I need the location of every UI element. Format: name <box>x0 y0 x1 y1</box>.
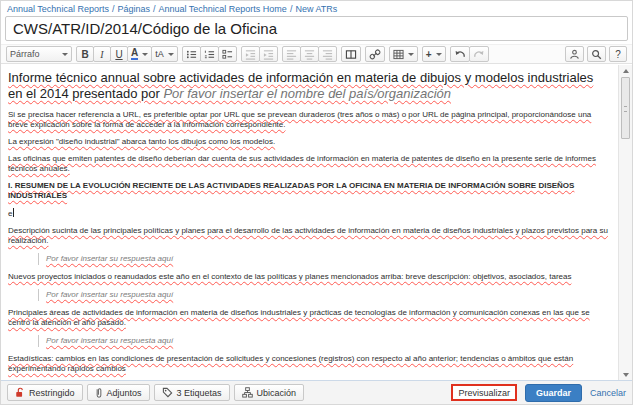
task-list-button[interactable] <box>218 46 237 62</box>
indent-icon <box>263 49 274 60</box>
breadcrumb-link-space[interactable]: Annual Technical Reports <box>7 4 109 14</box>
breadcrumb-separator: / <box>153 4 156 14</box>
page-layout-icon <box>345 49 357 60</box>
bold-icon: B <box>81 49 88 60</box>
labels-button[interactable]: 3 Etiquetas <box>154 384 230 401</box>
breadcrumb-link-home[interactable]: Annual Technical Reports Home <box>158 4 286 14</box>
location-label: Ubicación <box>257 388 297 398</box>
editor-paragraph[interactable]: Estadísticas: cambios en las condiciones… <box>8 354 610 374</box>
align-center-button[interactable] <box>300 46 319 62</box>
redo-button[interactable] <box>469 46 489 62</box>
paragraph-style-dropdown[interactable]: Párrafo <box>6 46 72 62</box>
undo-icon <box>454 49 466 60</box>
editor-window: Annual Technical Reports/Páginas/Annual … <box>0 0 633 405</box>
restrictions-button[interactable]: Restringido <box>7 384 83 401</box>
italic-button[interactable]: I <box>93 46 111 62</box>
scrollbar-down-button[interactable] <box>620 369 631 380</box>
find-replace-button[interactable] <box>587 46 606 62</box>
footer-actions: Previsualizar Guardar Cancelar <box>451 384 626 402</box>
editor-paragraph[interactable]: Nuevos proyectos iniciados o reanudados … <box>8 272 610 282</box>
breadcrumb: Annual Technical Reports/Páginas/Annual … <box>1 1 632 17</box>
heading-placeholder: Por favor insertar el nombre del país/or… <box>163 86 451 101</box>
more-formatting-icon: tA <box>155 49 164 59</box>
paragraph-style-label: Párrafo <box>10 49 40 59</box>
arrow-down-icon <box>623 373 629 377</box>
chevron-down-icon <box>168 53 174 56</box>
attachments-label: Adjuntos <box>107 388 142 398</box>
page-layout-button[interactable] <box>341 46 361 62</box>
bold-button[interactable]: B <box>76 46 94 62</box>
chevron-down-icon <box>436 53 442 56</box>
insert-table-dropdown[interactable] <box>389 46 418 62</box>
italic-icon: I <box>100 49 103 60</box>
answer-placeholder[interactable]: Por favor insertar su respuesta aquí <box>38 335 610 347</box>
indent-button[interactable] <box>259 46 278 62</box>
underline-icon: U <box>115 49 122 60</box>
scrollbar-thumb[interactable] <box>621 77 630 139</box>
page-title-input[interactable] <box>5 16 628 41</box>
tag-icon <box>162 387 173 398</box>
editor-paragraph[interactable]: La expresión "diseño industrial" abarca … <box>8 137 610 147</box>
vertical-scrollbar[interactable] <box>618 65 632 380</box>
outdent-button[interactable] <box>241 46 260 62</box>
toolbar-right-tools: ? <box>565 46 627 62</box>
document-heading[interactable]: Informe técnico annual sobre actividades… <box>8 70 610 102</box>
breadcrumb-separator: / <box>290 4 293 14</box>
labels-label: 3 Etiquetas <box>177 388 222 398</box>
editor-toolbar: Párrafo B I U A tA <box>1 44 632 64</box>
paperclip-icon <box>95 387 103 399</box>
breadcrumb-link-pages[interactable]: Páginas <box>117 4 150 14</box>
align-right-icon <box>322 49 333 60</box>
numbered-list-icon <box>204 49 215 60</box>
align-right-button[interactable] <box>318 46 337 62</box>
chevron-down-icon <box>408 53 414 56</box>
restrictions-label: Restringido <box>29 388 75 398</box>
bullet-list-button[interactable] <box>182 46 201 62</box>
editor-footer: Restringido Adjuntos 3 Etiquetas Ubicaci… <box>1 380 632 404</box>
scrollbar-up-button[interactable] <box>620 65 631 76</box>
editor-paragraph[interactable]: Las oficinas que emiten patentes de dise… <box>8 154 610 174</box>
chevron-down-icon <box>142 53 148 56</box>
cancel-link[interactable]: Cancelar <box>590 388 626 398</box>
answer-placeholder[interactable]: Por favor insertar su respuesta aquí <box>38 289 610 301</box>
editor-paragraph[interactable]: Principales áreas de actividades de info… <box>8 308 610 328</box>
bullet-list-icon <box>186 49 197 60</box>
table-icon <box>393 49 404 60</box>
insert-link-button[interactable] <box>365 46 385 62</box>
align-center-icon <box>304 49 315 60</box>
typed-text: e <box>8 209 12 218</box>
more-formatting-dropdown[interactable]: tA <box>151 46 178 62</box>
breadcrumb-link-new-atrs[interactable]: New ATRs <box>295 4 337 14</box>
task-list-icon <box>222 49 233 60</box>
location-button[interactable]: Ubicación <box>234 384 305 401</box>
breadcrumb-separator: / <box>112 4 115 14</box>
attachments-button[interactable]: Adjuntos <box>87 384 150 401</box>
scrollbar-grip <box>624 106 627 112</box>
numbered-list-button[interactable] <box>200 46 219 62</box>
insert-more-dropdown[interactable]: + <box>422 46 446 62</box>
cursor-line[interactable]: e <box>8 208 610 219</box>
align-left-button[interactable] <box>282 46 301 62</box>
user-icon <box>569 49 580 60</box>
answer-placeholder[interactable]: Por favor insertar su respuesta aquí <box>38 253 610 265</box>
page-tree-icon <box>242 387 253 398</box>
text-caret <box>13 208 14 217</box>
preview-button-highlighted[interactable]: Previsualizar <box>451 384 517 401</box>
unlock-icon <box>15 387 25 398</box>
text-color-dropdown[interactable]: A <box>127 46 152 62</box>
editor-paragraph[interactable]: Descripción sucinta de las principales p… <box>8 226 610 246</box>
user-button[interactable] <box>565 46 584 62</box>
undo-button[interactable] <box>450 46 470 62</box>
search-icon <box>591 49 602 60</box>
link-icon <box>369 49 381 60</box>
section-heading[interactable]: I. RESUMEN DE LA EVOLUCIÓN RECIENTE DE L… <box>8 181 610 201</box>
text-color-icon: A <box>131 48 138 60</box>
editor-body[interactable]: Informe técnico annual sobre actividades… <box>1 65 618 380</box>
help-icon: ? <box>615 49 621 60</box>
help-button[interactable]: ? <box>609 46 627 62</box>
save-button[interactable]: Guardar <box>525 384 582 402</box>
chevron-down-icon <box>62 53 68 56</box>
underline-button[interactable]: U <box>110 46 128 62</box>
editor-paragraph[interactable]: Si se precisa hacer referencia a URL, es… <box>8 110 610 130</box>
redo-icon <box>473 49 485 60</box>
